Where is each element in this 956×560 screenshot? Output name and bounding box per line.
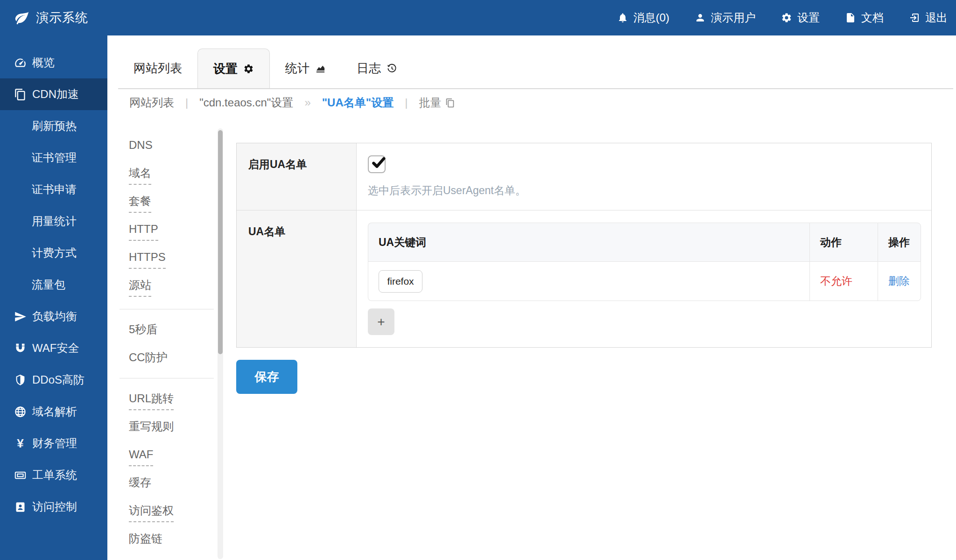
subnav-item-url-redirect[interactable]: URL跳转 [129, 391, 174, 410]
enable-ua-row: 启用UA名单 选中后表示开启UserAgent名单。 [237, 143, 931, 210]
table-row: 不允许 删除 [368, 262, 921, 301]
subnav-item-plan[interactable]: 套餐 [129, 194, 151, 213]
table-header-row: UA关键词 动作 操作 [368, 223, 921, 262]
topbar-item-settings[interactable]: 设置 [781, 10, 820, 25]
tab-label: 网站列表 [134, 60, 182, 77]
topbar-item-label: 退出 [925, 10, 948, 25]
sidebar-item-finance[interactable]: ¥ 财务管理 [0, 427, 107, 459]
subnav-item-https[interactable]: HTTPS [129, 250, 166, 269]
sidebar-item-label: 工单系统 [32, 468, 77, 483]
topbar-item-user[interactable]: 演示用户 [695, 10, 756, 25]
batch-label: 批量 [419, 95, 441, 110]
logout-icon [909, 12, 920, 23]
clone-icon [14, 88, 27, 101]
app-logo[interactable]: 演示系统 [14, 9, 88, 26]
sidebar-item-refresh-preheat[interactable]: 刷新预热 [0, 110, 107, 142]
topbar-item-messages[interactable]: 消息(0) [617, 10, 669, 25]
sidebar-item-label: 用量统计 [32, 214, 77, 229]
topbar-item-label: 设置 [797, 10, 820, 25]
sidebar-item-usage-stats[interactable]: 用量统计 [0, 205, 107, 237]
sidebar-item-label: 刷新预热 [32, 119, 77, 133]
sidebar-item-label: 负载均衡 [32, 309, 77, 324]
sidebar-item-dns-resolve[interactable]: 域名解析 [0, 396, 107, 427]
delete-row-link[interactable]: 删除 [888, 275, 910, 287]
tab-logs[interactable]: 日志 [341, 49, 413, 88]
ua-list-form: 启用UA名单 选中后表示开启UserAgent名单。 UA名单 UA关键词 [236, 143, 932, 394]
add-keyword-button[interactable]: + [368, 308, 394, 335]
tabbar: 网站列表 设置 统计 日志 [118, 35, 953, 89]
topbar-item-label: 演示用户 [711, 10, 756, 25]
tab-site-list[interactable]: 网站列表 [118, 49, 197, 88]
save-button[interactable]: 保存 [236, 360, 297, 394]
ua-list-row: UA名单 UA关键词 动作 操作 [237, 210, 931, 347]
tab-label: 设置 [213, 61, 238, 77]
tab-statistics[interactable]: 统计 [270, 49, 341, 88]
enable-ua-help: 选中后表示开启UserAgent名单。 [368, 183, 921, 198]
form-panel: 启用UA名单 选中后表示开启UserAgent名单。 UA名单 UA关键词 [236, 143, 932, 348]
sidebar-item-cert-manage[interactable]: 证书管理 [0, 142, 107, 174]
subnav-item-dns[interactable]: DNS [129, 138, 153, 153]
subnav-scrollbar-thumb[interactable] [218, 130, 223, 354]
subnav-item-hotlink-protect[interactable]: 防盗链 [129, 531, 162, 546]
subnav-item-http[interactable]: HTTP [129, 222, 158, 241]
subnav-item-access-auth[interactable]: 访问鉴权 [129, 503, 174, 522]
sidebar-item-overview[interactable]: 概览 [0, 47, 107, 78]
bell-icon [617, 12, 628, 23]
main-content: 网站列表 设置 统计 日志 网站列表 | "cdn.teaos.cn"设置 » … [107, 35, 956, 560]
subnav-item-rewrite-rules[interactable]: 重写规则 [129, 419, 174, 434]
sidebar-item-cdn[interactable]: CDN加速 [0, 78, 107, 110]
topbar-item-docs[interactable]: 文档 [845, 10, 884, 25]
shield-icon [14, 374, 27, 386]
topbar-item-logout[interactable]: 退出 [909, 10, 948, 25]
topbar-menu: 消息(0) 演示用户 设置 文档 退出 [617, 10, 948, 25]
breadcrumb-separator: | [185, 96, 188, 109]
document-icon [845, 12, 856, 23]
sidebar-item-billing[interactable]: 计费方式 [0, 237, 107, 269]
sidebar-item-traffic-package[interactable]: 流量包 [0, 269, 107, 301]
tab-label: 日志 [357, 60, 381, 77]
sidebar-item-access-control[interactable]: 访问控制 [0, 491, 107, 523]
ua-keywords-table: UA关键词 动作 操作 不允许 [368, 223, 921, 301]
breadcrumb-separator: | [405, 96, 408, 109]
breadcrumb-site-setting[interactable]: "cdn.teaos.cn"设置 [199, 95, 293, 110]
subnav-item-domain[interactable]: 域名 [129, 166, 151, 185]
action-value: 不允许 [820, 275, 852, 287]
sidebar-item-label: 计费方式 [32, 245, 77, 260]
gear-icon [781, 12, 792, 23]
sidebar-item-ddos[interactable]: DDoS高防 [0, 364, 107, 396]
sidebar-item-cert-apply[interactable]: 证书申请 [0, 174, 107, 205]
subnav-item-origin[interactable]: 源站 [129, 278, 151, 297]
subnav-item-waf[interactable]: WAF [129, 447, 153, 466]
ua-list-value: UA关键词 动作 操作 不允许 [357, 210, 931, 347]
field-label: UA名单 [237, 210, 357, 347]
enable-ua-checkbox[interactable] [368, 155, 386, 173]
sidebar-item-label: 域名解析 [32, 404, 77, 419]
subnav-scrollbar-track[interactable] [218, 128, 223, 559]
subnav-item-5s-shield[interactable]: 5秒盾 [129, 322, 157, 337]
leaf-icon [14, 10, 30, 26]
sidebar-item-label: 证书管理 [32, 150, 77, 165]
sidebar-item-tickets[interactable]: 工单系统 [0, 459, 107, 491]
sidebar-item-load-balance[interactable]: 负载均衡 [0, 301, 107, 332]
sidebar-item-waf[interactable]: WAF安全 [0, 332, 107, 364]
subnav-item-cache[interactable]: 缓存 [129, 475, 151, 490]
ua-keyword-input[interactable] [379, 270, 422, 293]
sidebar-item-label: WAF安全 [32, 341, 79, 356]
app-title: 演示系统 [36, 9, 88, 26]
breadcrumb-site-list[interactable]: 网站列表 [129, 95, 174, 110]
magnet-icon [14, 342, 27, 355]
breadcrumb-current-page[interactable]: "UA名单"设置 [322, 95, 394, 110]
field-label: 启用UA名单 [237, 143, 357, 210]
dashboard-icon [14, 56, 27, 69]
breadcrumb-separator: » [304, 96, 310, 109]
topbar-item-label: 消息(0) [633, 10, 669, 25]
operation-cell: 删除 [878, 262, 921, 301]
breadcrumb-batch-link[interactable]: 批量 [419, 95, 455, 110]
tab-settings[interactable]: 设置 [197, 49, 270, 88]
subnav-item-cc-protect[interactable]: CC防护 [129, 350, 168, 365]
sidebar-item-label: 概览 [32, 55, 55, 70]
gear-icon [243, 63, 254, 74]
settings-content: DNS 域名 套餐 HTTP HTTPS 源站 5秒盾 CC防护 URL跳转 重… [107, 116, 956, 559]
yen-icon: ¥ [14, 437, 27, 450]
sidebar-item-label: 流量包 [32, 277, 65, 292]
